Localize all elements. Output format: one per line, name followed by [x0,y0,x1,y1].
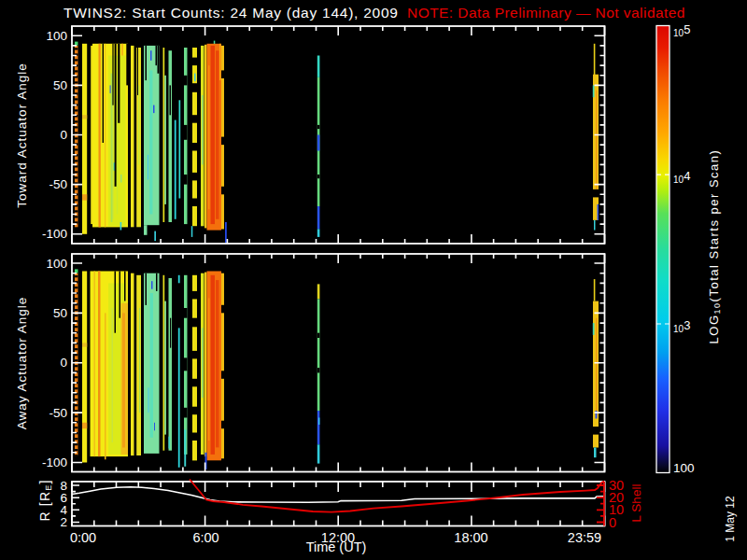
svg-text:6:00: 6:00 [192,530,218,545]
svg-text:Time (UT): Time (UT) [306,539,367,554]
svg-text:18:00: 18:00 [454,530,487,545]
svg-text:L Shell: L Shell [629,484,643,523]
svg-text:100: 100 [46,29,67,43]
svg-text:0: 0 [60,128,67,142]
svg-text:Toward Actuator Angle: Toward Actuator Angle [15,63,29,207]
svg-text:0:00: 0:00 [70,530,96,545]
svg-text:6: 6 [60,491,67,505]
svg-text:Away Actuator Angle: Away Actuator Angle [15,297,29,430]
svg-text:8: 8 [60,479,67,493]
svg-text:50: 50 [53,78,67,92]
svg-text:100: 100 [46,257,67,271]
svg-text:NOTE: Data Preliminary — Not v: NOTE: Data Preliminary — Not validated [407,5,685,21]
svg-text:4: 4 [60,503,67,517]
svg-text:100: 100 [673,461,695,475]
svg-text:LOG10(Total Starts per Scan): LOG10(Total Starts per Scan) [707,149,722,344]
svg-text:0: 0 [60,356,67,370]
svg-text:-50: -50 [49,406,67,420]
svg-text:2: 2 [60,515,67,529]
svg-text:-100: -100 [42,455,67,469]
svg-text:1 May 12: 1 May 12 [724,496,737,542]
svg-text:-100: -100 [42,227,67,241]
svg-text:23:59: 23:59 [568,530,601,545]
svg-text:TWINS2: Start Counts: 24 May (: TWINS2: Start Counts: 24 May (day 144), … [63,5,399,21]
svg-text:30: 30 [609,478,624,493]
svg-text:-50: -50 [49,177,67,191]
svg-text:50: 50 [53,306,67,320]
